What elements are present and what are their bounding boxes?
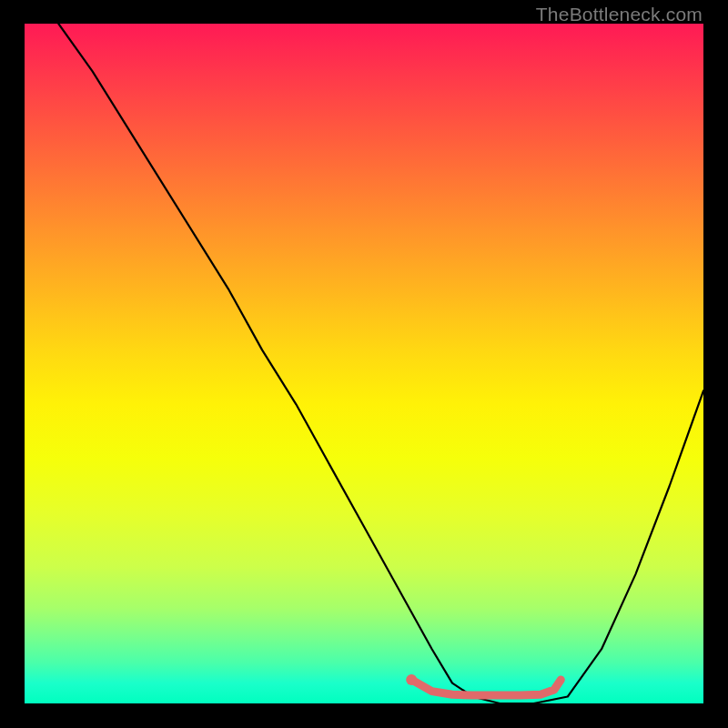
watermark-text: TheBottleneck.com (536, 4, 703, 25)
chart-svg (25, 24, 703, 703)
chart-frame: TheBottleneck.com (0, 0, 728, 728)
optimal-flat-region (411, 680, 561, 695)
start-dot (406, 674, 417, 685)
bottleneck-curve (58, 24, 703, 703)
plot-area (25, 24, 703, 703)
